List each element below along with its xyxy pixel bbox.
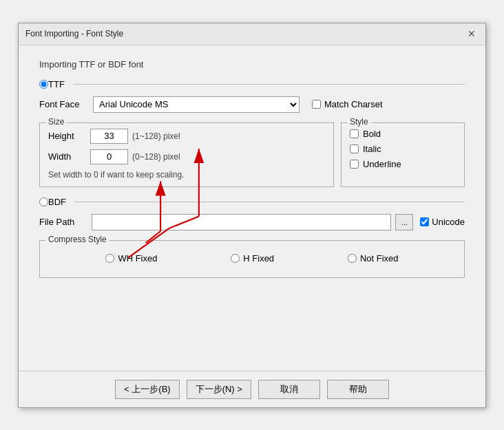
width-input[interactable]: 0 (90, 149, 128, 164)
dialog-title: Font Importing - Font Style (25, 29, 123, 39)
compress-options: WH Fixed H Fixed Not Fixed (48, 246, 456, 270)
underline-label: Underline (363, 159, 401, 169)
filepath-input[interactable] (92, 214, 391, 230)
bdf-row: BDF (39, 197, 465, 207)
unicode-checkbox[interactable] (420, 217, 429, 226)
h-fixed-label: H Fixed (243, 253, 274, 264)
scale-note: Set width to 0 if want to keep scaling. (48, 170, 325, 180)
font-face-select[interactable]: Arial Unicode MS (93, 96, 300, 113)
bdf-radio[interactable] (39, 197, 48, 206)
h-fixed-radio[interactable] (231, 254, 240, 263)
cancel-button[interactable]: 取消 (258, 380, 320, 399)
style-group-title: Style (347, 117, 371, 127)
dialog: Font Importing - Font Style ✕ Importing … (18, 23, 486, 408)
dialog-content: Importing TTF or BDF font TTF Font Face … (19, 45, 485, 371)
bold-label: Bold (363, 129, 381, 139)
bold-checkbox[interactable] (350, 129, 359, 138)
ttf-divider (73, 84, 465, 85)
title-bar: Font Importing - Font Style ✕ (19, 23, 485, 45)
filepath-row: File Path ... Unicode (39, 214, 465, 230)
ttf-row: TTF (39, 79, 465, 89)
width-hint: (0~128) pixel (132, 152, 180, 162)
bold-row: Bold (350, 129, 456, 139)
font-face-label: Font Face (39, 99, 87, 109)
ttf-radio[interactable] (39, 80, 48, 89)
not-fixed-option: Not Fixed (348, 253, 399, 264)
height-input[interactable]: 33 (90, 129, 128, 144)
underline-row: Underline (350, 159, 456, 169)
style-group: Style Bold Italic Underline (341, 122, 465, 187)
help-button[interactable]: 帮助 (327, 380, 389, 399)
not-fixed-radio[interactable] (348, 254, 357, 263)
bdf-divider (74, 202, 465, 202)
match-charset-group: Match Charset (312, 99, 383, 109)
width-row: Width 0 (0~128) pixel (48, 149, 325, 164)
filepath-label: File Path (39, 217, 87, 227)
match-charset-label: Match Charset (324, 99, 383, 109)
unicode-label: Unicode (432, 217, 465, 227)
close-button[interactable]: ✕ (465, 28, 479, 40)
wh-fixed-option: WH Fixed (105, 253, 157, 264)
h-fixed-option: H Fixed (231, 253, 274, 264)
width-label: Width (48, 151, 86, 162)
subtitle: Importing TTF or BDF font (39, 59, 465, 69)
underline-checkbox[interactable] (350, 160, 359, 169)
size-group-title: Size (45, 117, 67, 127)
match-charset-checkbox[interactable] (312, 100, 321, 109)
height-row: Height 33 (1~128) pixel (48, 129, 325, 144)
size-group: Size Height 33 (1~128) pixel Width 0 (0~… (39, 122, 334, 187)
browse-button[interactable]: ... (395, 214, 413, 230)
compress-group: Compress Style WH Fixed H Fixed Not Fixe… (39, 240, 465, 278)
font-face-row: Font Face Arial Unicode MS Match Charset (39, 96, 465, 113)
wh-fixed-label: WH Fixed (118, 253, 157, 264)
italic-row: Italic (350, 144, 456, 154)
height-hint: (1~128) pixel (132, 131, 180, 141)
compress-group-title: Compress Style (45, 235, 109, 244)
back-button[interactable]: < 上一步(B) (115, 380, 180, 399)
wh-fixed-radio[interactable] (105, 254, 114, 263)
next-button[interactable]: 下一步(N) > (187, 380, 251, 399)
bdf-label: BDF (48, 197, 66, 207)
italic-checkbox[interactable] (350, 144, 359, 153)
unicode-group: Unicode (420, 217, 465, 227)
ttf-label: TTF (48, 79, 65, 89)
size-style-section: Size Height 33 (1~128) pixel Width 0 (0~… (39, 122, 465, 187)
not-fixed-label: Not Fixed (360, 253, 399, 264)
height-label: Height (48, 131, 86, 141)
bottom-bar: < 上一步(B) 下一步(N) > 取消 帮助 (19, 371, 485, 407)
italic-label: Italic (363, 144, 381, 154)
